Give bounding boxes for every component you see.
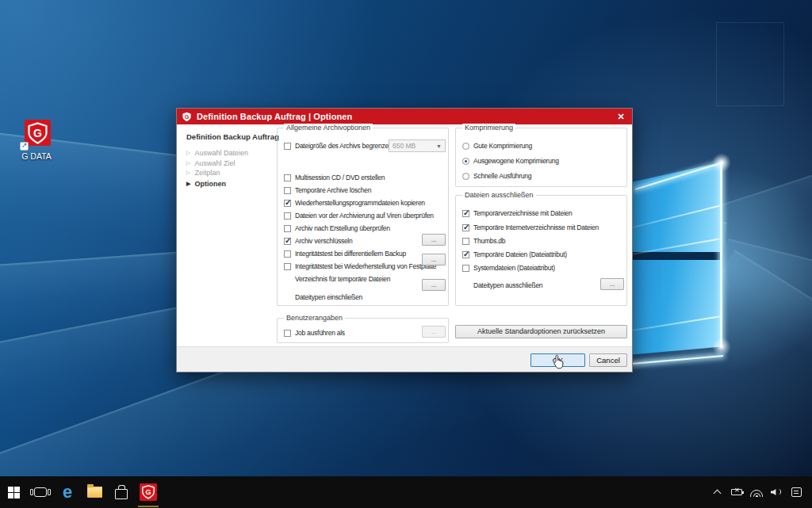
checkbox[interactable] — [462, 265, 469, 272]
dialog-footer: OK Cancel — [177, 346, 632, 372]
checkbox[interactable] — [284, 225, 291, 232]
sidebar-item-label: Auswahl Ziel — [194, 159, 235, 167]
checkbox[interactable] — [462, 210, 469, 217]
checkbox[interactable] — [284, 330, 291, 337]
selected-value: 650 MB — [393, 142, 436, 150]
sidebar-item-label: Auswahl Dateien — [194, 149, 248, 157]
checkbox[interactable] — [284, 200, 291, 207]
option-row: Dateien vor der Archivierung auf Viren ü… — [284, 211, 445, 220]
store-icon — [115, 489, 128, 499]
taskbar-item-edge[interactable]: e — [54, 476, 81, 508]
taskbar-item-file-explorer[interactable] — [81, 476, 108, 508]
checkbox-label: Thumbs.db — [473, 237, 505, 245]
start-button[interactable] — [0, 476, 27, 508]
run-as-browse-button[interactable]: ... — [422, 326, 446, 338]
option-row: Temporäre Dateien (Dateiattribut) — [462, 250, 623, 259]
gdata-taskbar-icon: G — [138, 482, 159, 502]
checkbox[interactable] — [462, 238, 469, 245]
exclude-types-label: Dateitypen ausschließen — [473, 281, 542, 289]
option-row: Wiederherstellungsprogrammdateien kopier… — [284, 198, 445, 208]
desktop-icon-gdata[interactable]: G G DATA — [14, 119, 59, 161]
ok-button[interactable]: OK — [530, 353, 585, 367]
include-types-button[interactable]: ... — [422, 279, 446, 291]
cancel-button[interactable]: Cancel — [589, 353, 627, 367]
group-title: Dateien ausschließen — [462, 191, 536, 199]
radio-label: Ausgewogene Komprimierung — [473, 157, 559, 165]
tray-chevron-up-icon[interactable] — [710, 486, 723, 498]
svg-text:G: G — [185, 113, 190, 120]
gdata-titlebar-icon: G — [182, 112, 192, 122]
close-icon[interactable]: ✕ — [613, 110, 629, 123]
option-row: Integritätstest bei Wiederherstellung vo… — [284, 262, 445, 271]
desktop-icon-label: G DATA — [14, 151, 59, 161]
faint-flare-rect — [716, 22, 784, 106]
sidebar-item-auswahl-ziel[interactable]: Auswahl Ziel — [186, 159, 235, 168]
taskbar-item-store[interactable] — [108, 476, 135, 508]
sidebar-item-optionen[interactable]: Optionen — [186, 179, 226, 189]
option-row: Temporärverzeichnisse mit Dateien — [462, 208, 623, 218]
checkbox[interactable] — [284, 238, 291, 245]
dialog-title: Definition Backup Auftrag | Optionen — [197, 112, 352, 121]
option-row: Temporäre Archive löschen — [284, 185, 445, 195]
tray-volume-icon[interactable] — [770, 486, 783, 498]
radio-button[interactable] — [462, 158, 469, 165]
group-title: Komprimierung — [462, 124, 515, 132]
tray-battery-icon[interactable] — [730, 486, 743, 498]
radio-row: Ausgewogene Komprimierung — [462, 156, 623, 166]
temp-dir-browse-button[interactable]: ... — [422, 254, 446, 265]
checkbox[interactable] — [284, 143, 291, 150]
task-view-icon — [34, 487, 47, 497]
checkbox-label: Temporäre Dateien (Dateiattribut) — [473, 250, 567, 258]
tray-wifi-icon[interactable] — [750, 486, 763, 498]
sidebar-item-zeitplan[interactable]: Zeitplan — [186, 168, 220, 178]
chevron-right-icon — [186, 160, 190, 166]
exclude-types-button[interactable]: ... — [600, 278, 624, 290]
file-explorer-icon — [87, 487, 102, 498]
archive-size-select[interactable]: 650 MB ▼ — [389, 139, 446, 152]
encrypt-browse-button[interactable]: ... — [422, 234, 446, 246]
option-row-encrypt: Archiv verschlüsseln — [284, 236, 445, 246]
include-types-label: Dateitypen einschließen — [295, 293, 362, 301]
svg-text:G: G — [146, 488, 151, 496]
svg-text:G: G — [33, 127, 42, 139]
checkbox[interactable] — [284, 212, 291, 220]
dialog-body: Definition Backup Auftrag Auswahl Dateie… — [177, 124, 632, 348]
group-compression: Komprimierung Gute Komprimierung Ausgewo… — [455, 128, 627, 187]
group-user: Benutzerangaben Job ausführen als ... — [277, 318, 449, 343]
checkbox-label: Systemdateien (Dateiattribut) — [473, 264, 555, 272]
task-view-button[interactable] — [27, 476, 54, 508]
windows-start-icon — [8, 487, 20, 498]
radio-button[interactable] — [462, 143, 469, 150]
sidebar-item-label: Zeitplan — [194, 169, 220, 177]
radio-label: Gute Komprimierung — [473, 142, 532, 150]
sidebar-item-auswahl-dateien[interactable]: Auswahl Dateien — [186, 148, 248, 158]
checkbox[interactable] — [284, 263, 291, 270]
checkbox-label: Temporärverzeichnisse mit Dateien — [473, 209, 573, 217]
checkbox[interactable] — [462, 251, 469, 258]
chevron-right-icon — [186, 150, 190, 156]
radio-button[interactable] — [462, 173, 469, 180]
option-row: Temporäre Internetverzeichnisse mit Date… — [462, 223, 623, 232]
group-title: Allgemeine Archivoptionen — [284, 124, 373, 132]
sidebar-title: Definition Backup Auftrag — [186, 132, 279, 141]
checkbox-label: Archiv nach Erstellung überprüfen — [295, 224, 390, 232]
running-indicator — [138, 506, 159, 507]
checkbox[interactable] — [462, 224, 469, 231]
reset-defaults-button[interactable]: Aktuelle Standardoptionen zurücksetzen — [455, 325, 627, 338]
include-types-row: Dateitypen einschließen — [284, 282, 445, 301]
dialog-titlebar[interactable]: G Definition Backup Auftrag | Optionen ✕ — [177, 109, 632, 124]
option-row: Multisession CD / DVD erstellen — [284, 173, 445, 182]
options-dialog: G Definition Backup Auftrag | Optionen ✕… — [176, 108, 633, 372]
tray-action-center-icon[interactable] — [790, 486, 802, 498]
checkbox-label: Temporäre Internetverzeichnisse mit Date… — [473, 223, 599, 231]
checkbox[interactable] — [284, 187, 291, 194]
system-tray — [710, 486, 812, 498]
radio-label: Schnelle Ausführung — [473, 172, 531, 180]
taskbar-item-gdata[interactable]: G — [135, 476, 162, 508]
checkbox[interactable] — [284, 250, 291, 258]
edge-icon: e — [63, 484, 72, 500]
checkbox-label: Dateigröße des Archivs begrenzen — [295, 142, 392, 150]
checkbox-label: Temporäre Archive löschen — [295, 186, 371, 194]
exclude-types-row: Dateitypen ausschließen — [462, 281, 623, 290]
checkbox[interactable] — [284, 174, 291, 181]
